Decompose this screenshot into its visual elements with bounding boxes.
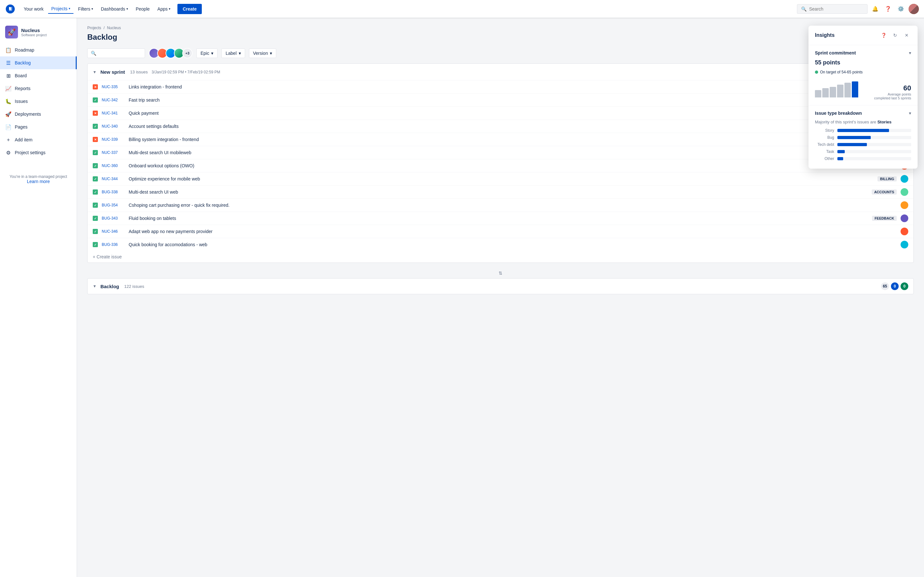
nav-dashboards[interactable]: Dashboards ▾: [97, 5, 131, 13]
issue-row[interactable]: ✕ NUC-341 Quick payment FEEDBACK: [87, 107, 913, 120]
breakdown-bar-track: [837, 143, 911, 146]
breadcrumb: Projects / Nucleus: [87, 26, 914, 30]
issue-row[interactable]: ✓ NUC-342 Fast trip search ACCOUNTS: [87, 93, 913, 107]
sprint-collapse-toggle[interactable]: ▼: [93, 70, 97, 74]
issue-breakdown-toggle[interactable]: ▾: [909, 111, 911, 116]
issue-summary: Quick booking for accomodations - web: [129, 242, 897, 247]
nav-projects[interactable]: Projects ▾: [48, 4, 74, 14]
sprint-commitment-info: 55 points: [815, 59, 869, 66]
breakdown-highlight: Stories: [877, 119, 892, 124]
issue-row[interactable]: ✓ BUG-343 Fluid booking on tablets FEEDB…: [87, 212, 913, 225]
search-icon: 🔍: [91, 51, 96, 56]
section-divider[interactable]: ⇅: [87, 268, 914, 278]
issue-row[interactable]: ✓ NUC-346 Adapt web app no new payments …: [87, 225, 913, 238]
issue-key: BUG-354: [102, 203, 125, 207]
chevron-down-icon: ▾: [270, 51, 272, 56]
insights-refresh-icon[interactable]: ↻: [891, 31, 900, 40]
issue-row[interactable]: ✓ BUG-338 Multi-dest search UI web ACCOU…: [87, 185, 913, 199]
issue-type-icon: ✕: [93, 111, 98, 116]
sidebar-item-add-item[interactable]: ＋ Add item: [0, 133, 77, 146]
issue-summary: Onboard workout options (OWO): [129, 163, 868, 168]
sidebar-footer: You're in a team-managed project Learn m…: [0, 169, 77, 189]
create-button[interactable]: Create: [178, 4, 202, 14]
sprint-section: ▼ New sprint 13 issues 3/Jan/19 02:59 PM…: [87, 63, 914, 263]
breakdown-bar-fill: [837, 157, 843, 160]
issue-row[interactable]: ✕ NUC-335 Links integration - frontend B…: [87, 81, 913, 93]
insights-panel-header: Insights ❓ ↻ ✕: [809, 26, 918, 45]
sprint-points: 55 points: [815, 59, 840, 66]
sidebar-item-pages[interactable]: 📄 Pages: [0, 121, 77, 133]
version-filter[interactable]: Version ▾: [249, 48, 276, 58]
label-filter[interactable]: Label ▾: [221, 48, 245, 58]
issue-row[interactable]: ✓ BUG-354 Cshoping cart purchasing error…: [87, 199, 913, 212]
backlog-badge-total: 65: [881, 282, 889, 290]
issue-row[interactable]: ✓ NUC-360 Onboard workout options (OWO) …: [87, 159, 913, 172]
sprint-commitment-toggle[interactable]: ▾: [909, 50, 911, 55]
add-icon: ＋: [5, 137, 11, 143]
board-icon: ⊞: [5, 73, 11, 79]
issue-assignee: [901, 241, 908, 248]
sidebar-item-reports[interactable]: 📈 Reports: [0, 82, 77, 95]
main-content: Projects / Nucleus Backlog 🔍 +3 Epic ▾: [77, 18, 924, 577]
avatar[interactable]: [909, 4, 919, 14]
nav-filters[interactable]: Filters ▾: [75, 5, 96, 13]
learn-more-link[interactable]: Learn more: [27, 179, 50, 184]
pages-icon: 📄: [5, 124, 11, 130]
issue-key: NUC-335: [102, 85, 125, 89]
backlog-issues-count: 122 issues: [124, 284, 144, 289]
settings-icon: ⚙: [5, 149, 11, 156]
backlog-search-input[interactable]: [99, 51, 142, 56]
issue-row[interactable]: ✓ NUC-337 Multi-dest search UI mobileweb…: [87, 146, 913, 159]
issue-row[interactable]: ✓ NUC-344 Optimize experience for mobile…: [87, 172, 913, 185]
nav-right: 🔍 🔔 ❓ ⚙️: [797, 4, 919, 14]
backlog-search[interactable]: 🔍: [87, 48, 145, 58]
breadcrumb-projects[interactable]: Projects: [87, 26, 101, 30]
help-icon[interactable]: ❓: [883, 4, 893, 14]
breakdown-row-label: Task: [815, 149, 834, 154]
issue-type-icon: ✓: [93, 242, 98, 247]
nav-people[interactable]: People: [132, 5, 153, 13]
target-dot-icon: [815, 71, 818, 74]
breakdown-bar-fill: [837, 129, 889, 132]
sidebar-item-board[interactable]: ⊞ Board: [0, 69, 77, 82]
issue-key: BUG-343: [102, 216, 125, 221]
nav-apps[interactable]: Apps ▾: [154, 5, 174, 13]
backlog-badge-done: 0: [901, 282, 908, 290]
issue-type-icon: ✓: [93, 203, 98, 208]
sprint-commitment-title: Sprint commitment: [815, 50, 856, 55]
settings-icon[interactable]: ⚙️: [896, 4, 906, 14]
issue-row[interactable]: ✕ NUC-339 Billing system integration - f…: [87, 133, 913, 146]
sidebar-item-issues[interactable]: 🐛 Issues: [0, 95, 77, 108]
sidebar-item-project-settings[interactable]: ⚙ Project settings: [0, 146, 77, 159]
issue-row[interactable]: ✓ BUG-336 Quick booking for accomodation…: [87, 238, 913, 251]
sidebar-item-backlog[interactable]: ☰ Backlog: [0, 56, 77, 69]
issue-assignee: [901, 214, 908, 222]
create-issue-button[interactable]: + Create issue: [87, 251, 913, 263]
nav-items: Your work Projects ▾ Filters ▾ Dashboard…: [21, 4, 797, 14]
page-title: Backlog: [87, 33, 914, 42]
notifications-icon[interactable]: 🔔: [870, 4, 880, 14]
toolbar: 🔍 +3 Epic ▾ Label ▾ Version ▾: [87, 48, 914, 58]
sidebar-item-deployments[interactable]: 🚀 Deployments: [0, 108, 77, 121]
issue-summary: Fast trip search: [129, 97, 868, 103]
search-input[interactable]: [809, 6, 863, 11]
backlog-collapse-toggle[interactable]: ▼: [93, 284, 97, 288]
issue-assignee: [901, 227, 908, 235]
insights-help-icon[interactable]: ❓: [879, 31, 888, 40]
jira-logo[interactable]: [5, 4, 15, 14]
breakdown-bar-fill: [837, 136, 871, 139]
avatar-extra[interactable]: +3: [182, 48, 192, 58]
insights-close-icon[interactable]: ✕: [902, 31, 911, 40]
breakdown-rows: Story Bug Tech debt Task Other: [815, 128, 911, 161]
backlog-icon: ☰: [5, 60, 11, 66]
issue-row[interactable]: ✓ NUC-340 Account settings defaults ACCO…: [87, 120, 913, 133]
chart-bar: [845, 83, 851, 97]
search-box[interactable]: 🔍: [797, 4, 867, 14]
breadcrumb-nucleus[interactable]: Nucleus: [107, 26, 121, 30]
issue-summary: Cshoping cart purchasing error - quick f…: [129, 203, 897, 208]
nav-your-work[interactable]: Your work: [21, 5, 47, 13]
epic-filter[interactable]: Epic ▾: [196, 48, 218, 58]
sidebar-item-roadmap[interactable]: 📋 Roadmap: [0, 44, 77, 56]
issue-key: NUC-340: [102, 124, 125, 129]
sprint-commitment-avg: 60 Average points completed last 5 sprin…: [874, 84, 911, 100]
